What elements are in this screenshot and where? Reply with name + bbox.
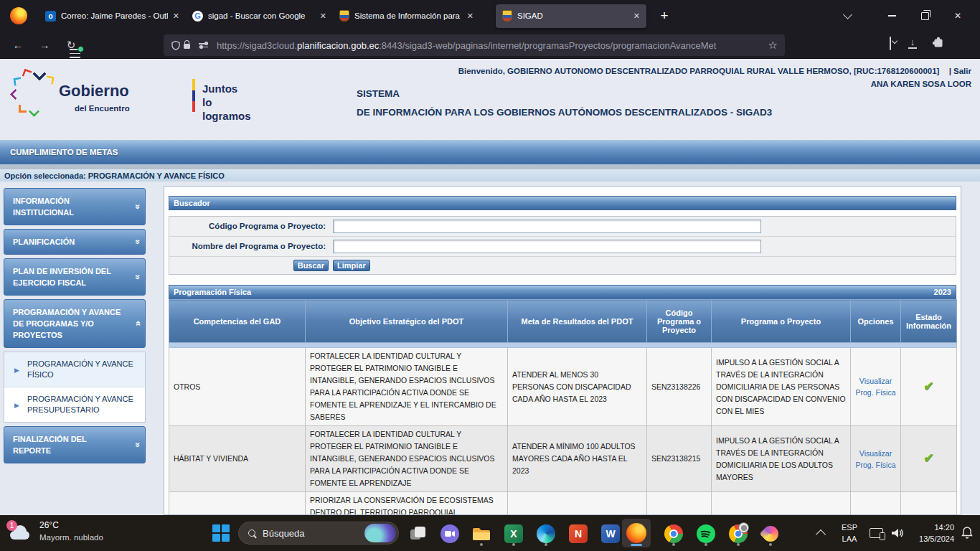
logout-link[interactable]: | Salir bbox=[949, 67, 971, 75]
chevron-up-icon: » bbox=[131, 321, 143, 326]
col-opciones: Opciones bbox=[851, 300, 901, 343]
spotify-button[interactable] bbox=[694, 522, 718, 546]
extensions-icon[interactable] bbox=[932, 37, 944, 52]
tab-outlook[interactable]: o Correo: Jaime Paredes - Outloo ✕ bbox=[39, 4, 186, 28]
pocket-icon[interactable] bbox=[890, 37, 891, 50]
tab-sigad-active[interactable]: SIGAD ✕ bbox=[496, 4, 646, 28]
sidebar-item-informacion-institucional[interactable]: INFORMACIÓN INSTITUCIONAL » bbox=[4, 188, 146, 225]
spotify-icon bbox=[697, 524, 715, 543]
table-row: HÁBITAT Y VIVIENDA FORTALECER LA IDENTID… bbox=[169, 426, 957, 492]
chevron-down-icon: » bbox=[131, 274, 143, 279]
lock-icon[interactable] bbox=[184, 44, 190, 49]
weather-desc: Mayorm. nublado bbox=[39, 532, 103, 544]
chrome-button[interactable] bbox=[661, 522, 686, 546]
search-daily-image bbox=[364, 524, 396, 542]
tray-overflow-chevron-icon[interactable] bbox=[816, 529, 826, 540]
edge-button[interactable] bbox=[534, 522, 558, 546]
nombre-input[interactable] bbox=[333, 240, 761, 253]
search-icon bbox=[248, 529, 255, 537]
window-controls: ✕ bbox=[844, 3, 974, 29]
tab-close-icon[interactable]: ✕ bbox=[320, 11, 326, 21]
header-strip bbox=[169, 343, 957, 348]
back-button[interactable]: ← bbox=[9, 39, 27, 51]
notification-bell-icon[interactable] bbox=[961, 526, 973, 542]
menu-title: CUMPLIMIENTO DE METAS bbox=[10, 148, 118, 156]
tab-sistema-informacion[interactable]: Sistema de Información para lo ✕ bbox=[333, 4, 480, 28]
tab-title: sigad - Buscar con Google bbox=[208, 11, 315, 20]
tab-close-icon[interactable]: ✕ bbox=[467, 11, 473, 21]
check-icon: ✔ bbox=[923, 380, 933, 393]
table-row: OTROS FORTALECER LA IDENTIDAD CULTURAL Y… bbox=[169, 348, 957, 426]
minimize-button[interactable] bbox=[875, 3, 908, 29]
col-competencias: Competencias del GAD bbox=[169, 300, 306, 343]
language-indicator[interactable]: ESP LAA bbox=[837, 522, 862, 545]
sidebar-subitem-avance-presupuestario[interactable]: ▶ PROGRAMACIÓN Y AVANCE PRESUPUESTARIO bbox=[4, 387, 145, 422]
sidebar-nav: INFORMACIÓN INSTITUCIONAL » PLANIFICACIÓ… bbox=[4, 188, 146, 467]
main-area: INFORMACIÓN INSTITUCIONAL » PLANIFICACIÓ… bbox=[0, 182, 980, 515]
maximize-button[interactable] bbox=[908, 3, 941, 29]
menu-hamburger-icon[interactable] bbox=[70, 49, 80, 57]
google-icon: G bbox=[192, 11, 203, 22]
start-button[interactable] bbox=[212, 524, 231, 543]
buscar-button[interactable]: Buscar bbox=[293, 260, 329, 271]
col-codigo: Código Programa o Proyecto bbox=[647, 300, 712, 343]
forward-button[interactable]: → bbox=[36, 39, 53, 51]
codigo-label: Código Programa o Proyecto: bbox=[169, 217, 330, 236]
windows-taskbar: 1 26°C Mayorm. nublado Búsqueda bbox=[0, 515, 980, 551]
tab-title: Sistema de Información para lo bbox=[354, 11, 462, 20]
task-view-button[interactable] bbox=[406, 522, 430, 546]
speaker-icon[interactable] bbox=[891, 528, 904, 541]
colorful-drop-app-button[interactable] bbox=[758, 522, 783, 546]
logo-brand-text: Gobierno del Encuentro bbox=[59, 83, 130, 116]
close-window-button[interactable]: ✕ bbox=[941, 3, 974, 29]
buscador-header: Buscador bbox=[169, 196, 956, 210]
tab-title: SIGAD bbox=[517, 11, 628, 20]
menu-bar[interactable]: CUMPLIMIENTO DE METAS bbox=[0, 140, 980, 164]
nitro-icon: N bbox=[569, 524, 588, 543]
shield-icon[interactable] bbox=[171, 40, 181, 51]
clock-widget[interactable]: 14:20 13/5/2024 bbox=[908, 522, 954, 545]
permissions-icon[interactable] bbox=[199, 43, 208, 47]
triangle-icon: ▶ bbox=[14, 365, 19, 376]
tab-close-icon[interactable]: ✕ bbox=[173, 11, 179, 21]
tab-close-icon[interactable]: ✕ bbox=[633, 11, 640, 21]
outlook-icon: o bbox=[45, 11, 56, 22]
new-tab-button[interactable]: + bbox=[655, 8, 674, 24]
download-icon[interactable]: ↓ bbox=[908, 37, 917, 49]
weather-temp: 26°C bbox=[39, 519, 103, 532]
file-explorer-button[interactable] bbox=[469, 522, 494, 546]
excel-button[interactable]: X bbox=[501, 522, 526, 546]
chat-button[interactable] bbox=[438, 522, 462, 546]
codigo-input[interactable] bbox=[333, 220, 761, 233]
folder-icon bbox=[471, 526, 491, 542]
sidebar-item-planificacion[interactable]: PLANIFICACIÓN » bbox=[4, 229, 146, 255]
bookmark-star-icon[interactable]: ☆ bbox=[768, 39, 778, 52]
programacion-table: Competencias del GAD Objetivo Estratégic… bbox=[169, 299, 957, 515]
url-text: https://sigad3cloud.planificacion.gob.ec… bbox=[217, 40, 764, 51]
taskbar-search[interactable]: Búsqueda bbox=[238, 522, 399, 545]
weather-widget[interactable]: 1 26°C Mayorm. nublado bbox=[7, 519, 103, 544]
crest-icon bbox=[339, 10, 349, 22]
sidebar-item-finalizacion-reporte[interactable]: FINALIZACIÓN DEL REPORTE » bbox=[4, 426, 146, 463]
sidebar-subitem-avance-fisico[interactable]: ▶ PROGRAMACIÓN Y AVANCE FÍSICO bbox=[4, 352, 145, 387]
tab-google-search[interactable]: G sigad - Buscar con Google ✕ bbox=[186, 4, 333, 28]
visualizar-prog-fisica-link[interactable]: Visualizar Prog. Física bbox=[855, 375, 896, 398]
cast-icon[interactable] bbox=[870, 528, 883, 538]
word-button[interactable]: W bbox=[598, 522, 623, 546]
drop-icon bbox=[759, 522, 781, 545]
table-header-row: Competencias del GAD Objetivo Estratégic… bbox=[169, 300, 957, 343]
sidebar-item-plan-inversion[interactable]: PLAN DE INVERSIÓN DEL EJERCICIO FISCAL » bbox=[4, 258, 146, 296]
address-bar[interactable]: https://sigad3cloud.planificacion.gob.ec… bbox=[164, 34, 785, 56]
firefox-logo-icon[interactable] bbox=[10, 7, 27, 24]
visualizar-prog-fisica-link[interactable]: Visualizar Prog. Física bbox=[855, 448, 896, 471]
sidebar-item-programacion-avance[interactable]: PROGRAMACIÓN Y AVANCE DE PROGRAMAS Y/O P… bbox=[4, 299, 146, 348]
video-chat-icon bbox=[440, 524, 459, 543]
chrome-icon bbox=[729, 524, 748, 543]
cloud-icon: 1 bbox=[7, 522, 33, 541]
chrome-profile-button[interactable] bbox=[726, 522, 750, 546]
nitro-pdf-button[interactable]: N bbox=[566, 522, 590, 546]
firefox-button-active[interactable] bbox=[622, 519, 651, 547]
list-tabs-chevron-icon[interactable] bbox=[843, 10, 852, 19]
limpiar-button[interactable]: Limpiar bbox=[333, 260, 370, 271]
tray-time: 14:20 bbox=[908, 522, 954, 533]
